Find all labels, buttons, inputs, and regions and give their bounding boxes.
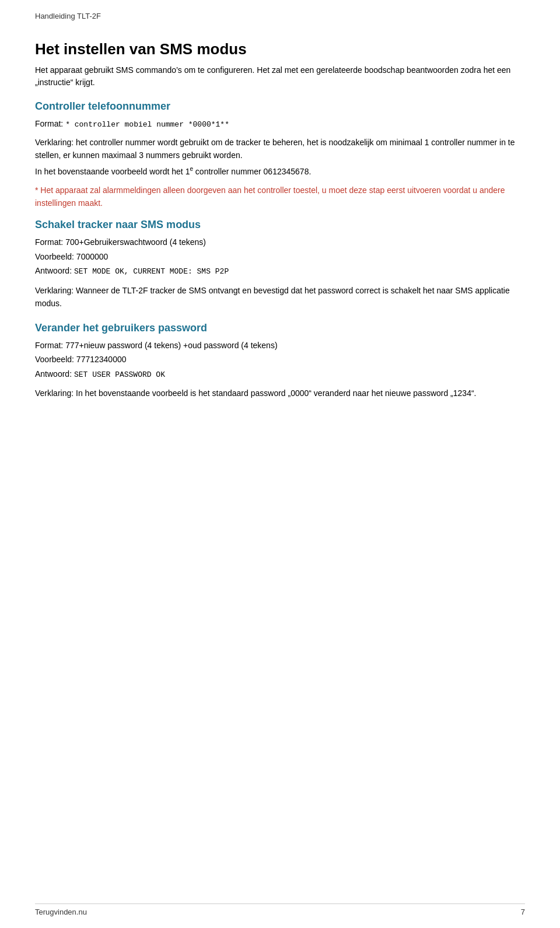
section2-body: Format: 700+Gebruikerswachtwoord (4 teke… — [35, 236, 525, 278]
section3-description: Verklaring: In het bovenstaande voorbeel… — [35, 387, 525, 400]
section1-body: Format: * controller mobiel nummer *0000… — [35, 117, 525, 178]
section3-format-value: 777+nieuw password (4 tekens) +oud passw… — [65, 341, 277, 350]
page-header: Handleiding TLT-2F — [35, 12, 525, 23]
section3-body: Format: 777+nieuw password (4 tekens) +o… — [35, 339, 525, 381]
section1-format-label: Format: — [35, 119, 65, 128]
section1-format-line: Format: * controller mobiel nummer *0000… — [35, 117, 525, 131]
section3-example-label: Voorbeeld: — [35, 355, 76, 364]
section3-answer-label: Antwoord: — [35, 369, 74, 379]
page-footer: Terugvinden.nu 7 — [35, 904, 525, 916]
page-container: Handleiding TLT-2F Het instellen van SMS… — [0, 0, 560, 928]
section2-description: Verklaring: Wanneer de TLT-2F tracker de… — [35, 284, 525, 310]
section3-example-line: Voorbeeld: 77712340000 — [35, 353, 525, 366]
section2-format-value: 700+Gebruikerswachtwoord (4 tekens) — [65, 237, 206, 247]
section2-format-line: Format: 700+Gebruikerswachtwoord (4 teke… — [35, 236, 525, 248]
section2-format-label: Format: — [35, 237, 65, 247]
section3-answer-code: SET USER PASSWORD OK — [74, 370, 165, 379]
section2-title: Schakel tracker naar SMS modus — [35, 219, 525, 231]
section2-example-line: Voorbeeld: 7000000 — [35, 250, 525, 263]
section3-example-value: 77712340000 — [76, 355, 127, 364]
footer-website: Terugvinden.nu — [35, 908, 87, 916]
section3-format-label: Format: — [35, 341, 65, 350]
section3-format-line: Format: 777+nieuw password (4 tekens) +o… — [35, 339, 525, 352]
section2-answer-code: SET MODE OK, CURRENT MODE: SMS P2P — [74, 267, 229, 276]
main-title: Het instellen van SMS modus — [35, 40, 525, 58]
footer-page-number: 7 — [521, 908, 525, 916]
section3-title: Verander het gebruikers password — [35, 322, 525, 334]
intro-text: Het apparaat gebruikt SMS commando’s om … — [35, 64, 525, 89]
section1-example-note: In het bovenstaande voorbeeld wordt het … — [35, 164, 525, 178]
section2-answer-label: Antwoord: — [35, 266, 74, 275]
header-title: Handleiding TLT-2F — [35, 12, 101, 20]
section1-format-code: * controller mobiel nummer *0000*1** — [65, 120, 229, 129]
section2-example-value: 7000000 — [76, 252, 108, 261]
warning-text: * Het apparaat zal alarmmeldingen alleen… — [35, 184, 525, 210]
section2-answer-line: Antwoord: SET MODE OK, CURRENT MODE: SMS… — [35, 264, 525, 278]
section1-title: Controller telefoonnummer — [35, 100, 525, 113]
section2-example-label: Voorbeeld: — [35, 252, 76, 261]
section3-answer-line: Antwoord: SET USER PASSWORD OK — [35, 367, 525, 381]
section1-description: Verklaring: het controller nummer wordt … — [35, 136, 525, 162]
